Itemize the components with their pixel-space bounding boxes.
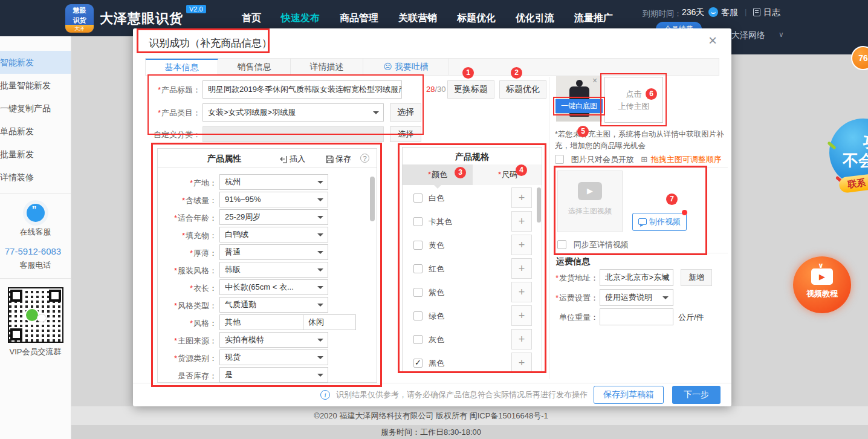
video-tutorial-label: 视频教程: [793, 288, 851, 299]
color-checkbox[interactable]: [413, 264, 423, 273]
attr-select-length[interactable]: 中长款(65cm < 衣...: [219, 279, 328, 295]
insert-button[interactable]: 插入: [280, 154, 305, 164]
add-spec-button[interactable]: +: [511, 329, 532, 350]
add-spec-button[interactable]: +: [511, 305, 532, 326]
color-name: 黄色: [429, 241, 444, 250]
attr-extra-input[interactable]: 休闲: [303, 314, 356, 330]
modal-tabbar: 基本信息 销售信息 详情描述 ☹我要吐槽: [145, 58, 719, 76]
product-category-select[interactable]: 女装>女式羽绒服>羽绒服: [202, 103, 384, 122]
attr-select-supply-type[interactable]: 现货: [219, 350, 328, 365]
expiry-label: 到期时间：: [643, 8, 682, 19]
replace-title-button[interactable]: 更换标题: [447, 80, 494, 99]
unit-weight-input[interactable]: [600, 308, 673, 325]
tab-basic-info[interactable]: 基本信息: [146, 59, 218, 75]
category-select-button[interactable]: 选择: [390, 103, 421, 122]
add-address-button[interactable]: 新增: [681, 269, 712, 286]
app-logo[interactable]: 慧眼 识货 大泽: [65, 4, 94, 33]
nav-home[interactable]: 首页: [242, 12, 261, 25]
custom-category-select-button[interactable]: 选择: [390, 126, 421, 142]
ship-fee-select[interactable]: 使用运费说明: [600, 289, 673, 306]
attr-select-filler[interactable]: 白鸭绒: [219, 227, 328, 242]
custom-category-label: 自定义分类：: [133, 129, 201, 140]
attr-select-down-content[interactable]: 91%~95%: [219, 192, 328, 207]
attributes-scrollbar[interactable]: [370, 177, 375, 221]
help-icon[interactable]: ?: [360, 154, 369, 163]
divider: [549, 77, 549, 379]
color-checkbox[interactable]: [413, 241, 423, 250]
sidebar-item-detail-decorate[interactable]: 详情装修: [0, 166, 71, 189]
account-name[interactable]: 大泽网络: [731, 30, 765, 41]
modal-bottom-bar: i 识别结果仅供参考，请务必确保产品信息符合实际情况后再进行发布操作 保存到草稿…: [133, 383, 731, 406]
attr-select-thickness[interactable]: 普通: [219, 244, 328, 260]
nav-title-optimize[interactable]: 标题优化: [457, 12, 496, 25]
tab-detail-desc[interactable]: 详情描述: [291, 59, 363, 75]
promo-text-2: 不会: [843, 150, 868, 171]
save-draft-button[interactable]: 保存到草稿箱: [594, 386, 664, 404]
video-tutorial-button[interactable]: ▶ 视频教程: [793, 256, 851, 313]
attr-select-age[interactable]: 25-29周岁: [219, 209, 328, 225]
select-video-label: 选择主图视频: [558, 206, 622, 216]
promo-float-bubble[interactable]: 功 不会 联系: [829, 119, 868, 191]
optimize-title-button[interactable]: 标题优化: [499, 80, 546, 99]
color-checkbox[interactable]: [413, 335, 423, 344]
color-name: 卡其色: [429, 217, 452, 226]
specs-scrollbar[interactable]: [537, 187, 541, 223]
customer-service-link[interactable]: 客服: [721, 7, 738, 18]
close-icon[interactable]: ×: [708, 33, 717, 48]
product-title-input[interactable]: 明星同款2019冬季休闲气质韩版女装连帽宽松型羽绒服产地货源: [202, 80, 402, 99]
log-link[interactable]: 日志: [763, 7, 780, 18]
video-camera-icon: [638, 218, 647, 225]
sidebar-item-copy-product[interactable]: 一键复制产品: [0, 97, 71, 120]
tab-sales-info[interactable]: 销售信息: [218, 59, 291, 75]
chat-bubble-icon[interactable]: [27, 204, 45, 222]
attr-select-image-source[interactable]: 实拍有模特: [219, 332, 328, 348]
next-step-button[interactable]: 下一步: [672, 386, 721, 404]
add-spec-button[interactable]: +: [511, 258, 532, 279]
ship-address-select[interactable]: 北京>北京市>东城: [600, 269, 673, 286]
add-spec-button[interactable]: +: [511, 235, 532, 255]
tab-size[interactable]: *尺码: [473, 164, 542, 185]
remove-image-icon[interactable]: ×: [592, 76, 597, 85]
color-row: 黑色: [413, 357, 444, 369]
nav-related-marketing[interactable]: 关联营销: [398, 12, 437, 25]
notification-count-badge[interactable]: 76: [851, 46, 868, 70]
color-checkbox[interactable]: [413, 193, 423, 203]
version-badge: V2.0: [186, 5, 206, 13]
color-checkbox[interactable]: [413, 217, 423, 226]
attr-select-origin[interactable]: 杭州: [219, 174, 328, 190]
upload-main-image-box[interactable]: 点击 上传主图: [604, 77, 663, 123]
attr-select-style[interactable]: 韩版: [219, 262, 328, 278]
add-spec-button[interactable]: +: [511, 282, 532, 302]
attr-select-stock[interactable]: 是: [219, 367, 328, 383]
nav-traffic-optimize[interactable]: 优化引流: [516, 12, 554, 25]
members-only-checkbox[interactable]: [555, 155, 564, 164]
color-checkbox[interactable]: [413, 359, 423, 368]
color-checkbox[interactable]: [413, 288, 423, 297]
nav-traffic-promote[interactable]: 流量推广: [574, 12, 613, 25]
attr-label-filler: *填充物：: [158, 230, 217, 241]
attr-label-style-type: *风格类型：: [158, 301, 217, 311]
add-spec-button[interactable]: +: [511, 187, 532, 208]
online-service-label[interactable]: 在线客服: [0, 227, 71, 238]
attr-select-style-type[interactable]: 气质通勤: [219, 297, 328, 313]
save-button[interactable]: 保存: [326, 154, 351, 164]
tab-feedback[interactable]: ☹我要吐槽: [363, 59, 449, 75]
select-main-video-box[interactable]: ▶ 选择主图视频: [557, 171, 623, 232]
add-spec-button[interactable]: +: [511, 353, 532, 372]
sidebar-item-batch-publish[interactable]: 批量新发: [0, 143, 71, 166]
add-spec-button[interactable]: +: [511, 211, 532, 232]
color-checkbox[interactable]: [413, 311, 423, 320]
color-name: 紫色: [429, 288, 444, 297]
white-background-button[interactable]: 一键白底图: [555, 99, 603, 113]
sidebar-item-single-publish[interactable]: 单品新发: [0, 120, 71, 143]
sidebar-item-smart-publish[interactable]: 智能新发: [0, 51, 71, 74]
nav-product-manage[interactable]: 商品管理: [340, 12, 378, 25]
color-name: 白色: [429, 193, 444, 203]
sidebar-item-batch-smart-publish[interactable]: 批量智能新发: [0, 74, 71, 97]
nav-quick-publish[interactable]: 快速发布: [281, 12, 320, 25]
make-video-button[interactable]: 制作视频: [632, 213, 687, 231]
notification-dot: [682, 210, 687, 215]
chevron-down-icon[interactable]: ∨: [779, 30, 784, 39]
custom-category-input[interactable]: [202, 126, 384, 142]
sync-video-checkbox[interactable]: [557, 240, 566, 249]
